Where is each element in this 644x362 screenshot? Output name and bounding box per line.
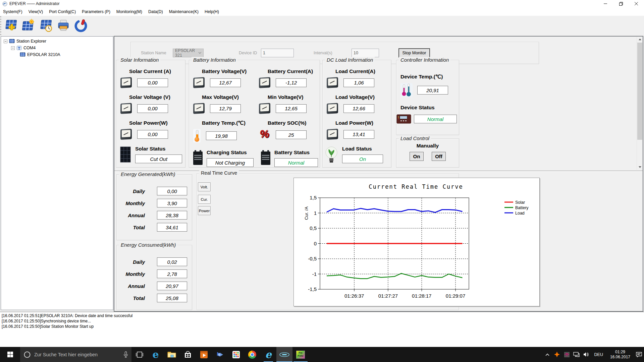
taskbar-app-grid[interactable] [228,347,244,362]
action-center-icon[interactable] [635,352,643,357]
collapse-icon[interactable] [4,40,7,43]
annual-label: Annual [128,213,145,218]
daily-label: Daily [133,188,145,194]
taskbar-clock[interactable]: 01:29 16.06.2017 [607,350,633,360]
scroll-down-arrow-icon[interactable] [637,164,643,170]
restore-button[interactable] [613,0,629,7]
menu-port-config[interactable]: Port Config(C) [46,7,79,16]
min-voltage-value: 12,65 [276,104,307,113]
tree-item-station-explorer[interactable]: Station Explorer [1,38,113,45]
battery-information-group: Battery Information Battery Voltage(V) 1… [189,60,320,168]
meter-icon [120,103,132,114]
stop-monitor-button[interactable]: Stop Monitor [398,48,430,58]
workspace: Station Explorer COM4 EPSOLAR 3210A Stat… [0,35,644,312]
epever-app-icon [279,352,289,357]
station-monitor-button[interactable] [21,18,36,34]
menu-data[interactable]: Data(D) [145,7,166,16]
scrollbar-thumb[interactable] [637,43,642,140]
microphone-icon[interactable] [123,351,128,358]
load-off-button[interactable]: Off [432,152,446,161]
chevron-down-icon [199,52,201,54]
taskbar-app-file-explorer[interactable] [164,347,180,362]
taskbar-app-media-player[interactable] [212,347,228,362]
tray-avast-icon[interactable] [553,352,561,357]
station-name-select[interactable]: EPSOLAR 321 [173,49,204,57]
device-temp-label: Device Temp.(℃) [400,74,459,80]
menu-help[interactable]: Help(H) [202,7,222,16]
energy-generated-title: Energy Generated(kWh) [119,171,177,177]
tree-item-epsolar-3210a[interactable]: EPSOLAR 3210A [1,51,113,58]
tab-volt[interactable]: Volt. [198,182,211,191]
taskbar-app-internet-explorer[interactable]: e [260,347,276,362]
start-button[interactable] [0,347,20,362]
minimize-button[interactable] [598,0,613,7]
monthly-label: Monthly [126,271,145,277]
menu-view[interactable]: View(V) [25,7,46,16]
scroll-up-arrow-icon[interactable] [637,37,643,42]
print-button[interactable] [56,18,71,34]
menu-bar: System(F) View(V) Port Config(C) Paramet… [0,7,644,16]
taskbar-app-store[interactable] [180,347,196,362]
battery-soc-label: Battery SOC(%) [268,120,320,126]
language-indicator[interactable]: DEU [592,352,605,357]
fixfoto-icon: FixFoto [296,351,305,359]
menu-system[interactable]: System(F) [0,7,25,16]
taskbar-app-epever-active[interactable] [276,347,292,362]
load-voltage-label: Load Voltage(V) [335,94,391,100]
station-time-button[interactable] [38,18,54,34]
real-time-curve-group: Real Time Curve Volt. Cur. Power 1,510,5… [197,173,459,310]
menu-monitoring[interactable]: Monitoring(M) [113,7,145,16]
tray-volume-icon[interactable] [583,352,590,357]
chrome-icon [248,351,256,359]
exit-button[interactable] [73,18,89,34]
meter-icon [193,77,205,88]
com-port-icon [16,46,22,50]
monthly-consumed-value: 2,78 [157,269,187,278]
load-voltage-value: 12,66 [343,104,374,113]
load-control-group: Load Control Manually On Off [396,138,459,168]
station-name-label: Station Name [141,51,166,55]
meter-icon [327,129,338,140]
svg-text:Current Real Time Curve: Current Real Time Curve [369,183,463,190]
tab-power[interactable]: Power [198,206,211,215]
svg-text:-1,5: -1,5 [308,286,317,292]
annual-consumed-value: 20,97 [157,282,187,290]
meter-icon [259,103,270,114]
battery-voltage-value: 12,67 [210,78,241,87]
vertical-scrollbar[interactable] [637,37,642,170]
add-station-button[interactable] [3,18,19,34]
svg-text:0: 0 [314,241,317,246]
manually-label: Manually [396,143,459,149]
device-temp-value: 20,91 [417,86,448,95]
tray-telekom-icon[interactable]: T [563,352,571,357]
system-tray: T DEU 01:29 16.06.2017 [544,347,644,362]
task-view-button[interactable] [131,347,148,362]
interval-input[interactable] [352,49,379,57]
meter-icon [193,103,205,114]
dc-load-information-group: DC Load Information Load Current(A) 1,06… [322,60,391,168]
battery-temp-value: 19,98 [206,131,237,140]
load-on-button[interactable]: On [410,152,424,161]
device-id-input[interactable] [261,49,294,57]
collapse-icon[interactable] [11,46,15,50]
thermometer-icon [193,129,201,142]
taskbar-app-fixfoto[interactable]: FixFoto [292,347,309,362]
charging-status-value: Not Charging [207,158,254,167]
add-station-icon [4,19,18,33]
taskbar-app-edge[interactable]: e [148,347,164,362]
svg-text:-0,5: -0,5 [308,256,317,261]
taskbar-app-chrome[interactable] [244,347,260,362]
tab-cur[interactable]: Cur. [198,195,211,204]
horizontal-splitter[interactable] [114,171,643,172]
tree-item-com4[interactable]: COM4 [1,45,113,51]
chart-canvas: 1,510,50-0,5-1-1,501:26:3701:27:2701:28:… [294,178,539,306]
tray-chevron-up-icon[interactable] [544,353,551,356]
taskbar-search[interactable]: Zur Suche Text hier eingeben [20,347,131,362]
menu-parameters[interactable]: Parameters (P) [79,7,113,16]
movies-tv-icon [200,351,208,359]
tray-network-icon[interactable] [573,352,580,357]
file-explorer-icon [167,351,176,358]
taskbar-app-movies-tv[interactable] [196,347,212,362]
close-button[interactable] [629,0,644,7]
menu-maintenance[interactable]: Maintenance(K) [166,7,202,16]
